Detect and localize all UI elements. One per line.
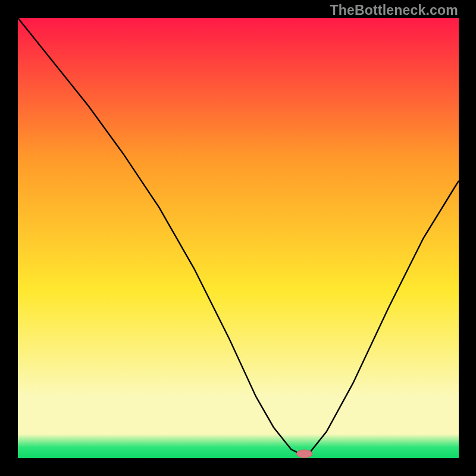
gradient-background — [18, 18, 459, 458]
frame-left — [0, 0, 18, 476]
plot-area — [18, 18, 459, 458]
chart-container: TheBottleneck.com — [0, 0, 476, 476]
watermark-text: TheBottleneck.com — [330, 2, 458, 18]
frame-bottom — [0, 458, 476, 476]
optimum-marker-icon — [296, 450, 312, 458]
chart-svg — [18, 18, 459, 458]
frame-right — [459, 0, 476, 476]
